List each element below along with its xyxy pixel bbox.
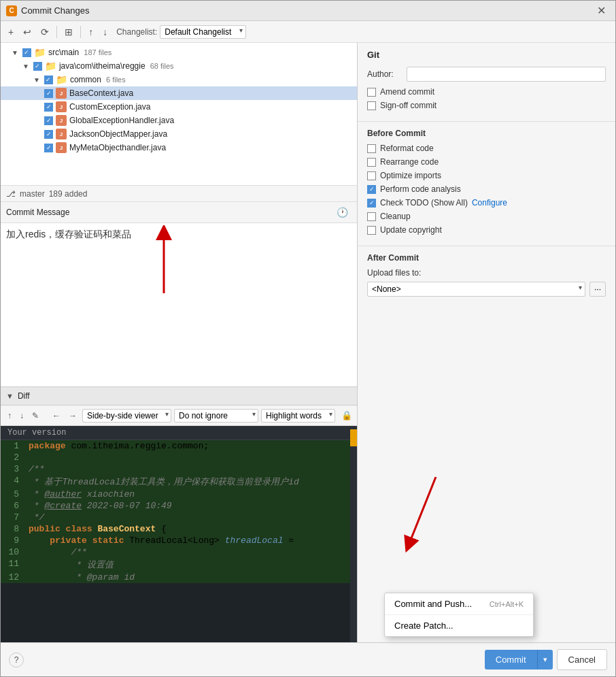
tree-arrow-java[interactable]: ▼ bbox=[22, 63, 29, 70]
tree-item-jackson[interactable]: ✓ J JacksonObjectMapper.java bbox=[1, 127, 357, 141]
diff-back-btn[interactable]: ← bbox=[50, 410, 63, 422]
configure-link[interactable]: Configure bbox=[472, 198, 507, 208]
commit-dropdown-button[interactable]: ▾ bbox=[537, 650, 553, 670]
changelist-select[interactable]: Default Changelist bbox=[160, 25, 246, 39]
diff-line-6: 6 * @create 2022-08-07 10:49 bbox=[1, 500, 357, 512]
checkbox-jackson[interactable]: ✓ bbox=[44, 130, 53, 139]
move-up-button[interactable]: ↑ bbox=[85, 24, 97, 39]
diff-line-2: 2 bbox=[1, 452, 357, 463]
ignore-dropdown[interactable]: Do not ignore Ignore whitespace bbox=[174, 409, 258, 423]
checkbox-customexception[interactable]: ✓ bbox=[44, 103, 53, 112]
tree-label-common: common bbox=[70, 75, 101, 84]
diff-section: ▼ Diff ↑ ↓ ✎ ← → Side-by-side viewer Uni… bbox=[1, 386, 357, 642]
commit-message-textarea[interactable] bbox=[1, 223, 357, 386]
checkbox-basecontext[interactable]: ✓ bbox=[44, 89, 53, 98]
tree-label-jackson: JacksonObjectMapper.java bbox=[69, 129, 167, 139]
tree-item-globalexception[interactable]: ✓ J GlobalExceptionHandler.java bbox=[1, 114, 357, 127]
java-icon-jackson: J bbox=[56, 129, 67, 139]
diff-content[interactable]: Your version 1 package com.itheima.reggi… bbox=[1, 426, 357, 642]
diff-edit-btn[interactable]: ✎ bbox=[29, 410, 41, 422]
create-patch-item[interactable]: Create Patch... bbox=[385, 615, 533, 636]
upload-edit-btn[interactable]: ··· bbox=[589, 282, 606, 297]
tree-item-common[interactable]: ▼ ✓ 📁 common 6 files bbox=[1, 73, 357, 86]
tree-item-basecontext[interactable]: ✓ J BaseContext.java bbox=[1, 86, 357, 100]
cancel-button[interactable]: Cancel bbox=[557, 649, 607, 670]
diff-down-btn[interactable]: ↓ bbox=[17, 410, 27, 422]
update-copyright-checkbox[interactable] bbox=[367, 226, 376, 235]
checkbox-globalexception[interactable]: ✓ bbox=[44, 116, 53, 125]
reformat-label: Reformat code bbox=[380, 144, 434, 153]
signoff-commit-label: Sign-off commit bbox=[380, 101, 437, 110]
check-todo-row: ✓ Check TODO (Show All) Configure bbox=[367, 198, 606, 208]
optimize-label: Optimize imports bbox=[380, 171, 441, 180]
check-todo-label: Check TODO (Show All) bbox=[380, 198, 468, 208]
undo-button[interactable]: ↩ bbox=[20, 24, 35, 39]
reformat-row: Reformat code bbox=[367, 144, 606, 153]
amend-commit-label: Amend commit bbox=[380, 87, 434, 97]
ignore-dropdown-wrapper: Do not ignore Ignore whitespace bbox=[174, 409, 258, 423]
highlight-dropdown-wrapper: Highlight words Highlight lines None bbox=[261, 409, 335, 423]
diff-line-4: 4 * 基于ThreadLocal封装工具类，用户保存和获取当前登录用户id bbox=[1, 475, 357, 489]
title-bar: C Commit Changes ✕ bbox=[1, 1, 615, 21]
move-down-button[interactable]: ↓ bbox=[99, 24, 111, 39]
highlight-dropdown[interactable]: Highlight words Highlight lines None bbox=[261, 409, 335, 423]
git-section: Git Author: Amend commit Sign-off commit bbox=[358, 43, 615, 122]
diff-forward-btn[interactable]: → bbox=[66, 410, 80, 422]
perform-analysis-checkbox[interactable]: ✓ bbox=[367, 185, 376, 194]
commit-message-header: Commit Message 🕐 bbox=[1, 202, 357, 223]
diff-line-3: 3 /** bbox=[1, 463, 357, 475]
commit-button[interactable]: Commit bbox=[485, 650, 537, 670]
collapse-diff-icon[interactable]: ▼ bbox=[6, 392, 14, 400]
tree-item-java[interactable]: ▼ ✓ 📁 java\com\itheima\reggie 68 files bbox=[1, 59, 357, 73]
reformat-checkbox[interactable] bbox=[367, 144, 376, 153]
tree-arrow-common[interactable]: ▼ bbox=[33, 76, 40, 84]
checkbox-mymeta[interactable]: ✓ bbox=[44, 144, 53, 152]
tree-arrow-srcmain[interactable]: ▼ bbox=[12, 49, 18, 56]
upload-select-row: <None> ··· bbox=[367, 282, 606, 297]
author-input[interactable] bbox=[407, 67, 606, 82]
create-patch-label: Create Patch... bbox=[394, 621, 454, 631]
check-todo-checkbox[interactable]: ✓ bbox=[367, 199, 376, 208]
tree-count-srcmain: 187 files bbox=[82, 48, 112, 56]
before-commit-section: Before Commit Reformat code Rearrange co… bbox=[358, 122, 615, 246]
checkbox-srcmain[interactable]: ✓ bbox=[22, 48, 31, 57]
tree-item-customexception[interactable]: ✓ J CustomException.java bbox=[1, 100, 357, 114]
added-count: 189 added bbox=[49, 189, 88, 199]
commit-changes-window: C Commit Changes ✕ + ↩ ⟳ ⊞ ↑ ↓ Changelis… bbox=[0, 0, 616, 677]
bottom-bar: ? Commit ▾ Cancel bbox=[1, 642, 615, 676]
diff-line-7: 7 */ bbox=[1, 512, 357, 523]
checkbox-java[interactable]: ✓ bbox=[33, 62, 42, 71]
diff-line-11: 11 * 设置值 bbox=[1, 558, 357, 572]
signoff-commit-row: Sign-off commit bbox=[367, 101, 606, 110]
changelist-wrapper: Default Changelist bbox=[160, 25, 246, 39]
branch-icon: ⎇ bbox=[6, 189, 16, 199]
checkbox-common[interactable]: ✓ bbox=[44, 76, 53, 84]
toolbar: + ↩ ⟳ ⊞ ↑ ↓ Changelist: Default Changeli… bbox=[1, 21, 615, 43]
diff-title: Diff bbox=[18, 391, 30, 401]
window-title: Commit Changes bbox=[21, 5, 89, 16]
help-button[interactable]: ? bbox=[9, 653, 24, 667]
refresh-button[interactable]: ⟳ bbox=[37, 24, 52, 39]
tree-item-srcmain[interactable]: ▼ ✓ 📁 src\main 187 files bbox=[1, 46, 357, 59]
diff-up-btn[interactable]: ↑ bbox=[5, 410, 14, 422]
rearrange-checkbox[interactable] bbox=[367, 158, 376, 167]
upload-select[interactable]: <None> bbox=[367, 282, 585, 297]
commit-and-push-item[interactable]: Commit and Push... Ctrl+Alt+K bbox=[385, 593, 533, 614]
viewer-dropdown[interactable]: Side-by-side viewer Unified viewer bbox=[82, 409, 171, 423]
main-content: ▼ ✓ 📁 src\main 187 files ▼ ✓ 📁 java\com\… bbox=[1, 43, 615, 642]
add-button[interactable]: + bbox=[5, 24, 17, 39]
group-button[interactable]: ⊞ bbox=[61, 24, 76, 39]
tree-item-mymeta[interactable]: ✓ J MyMetaObjecthandler.java bbox=[1, 141, 357, 154]
left-panel: ▼ ✓ 📁 src\main 187 files ▼ ✓ 📁 java\com\… bbox=[1, 43, 358, 642]
amend-commit-checkbox[interactable] bbox=[367, 88, 376, 97]
diff-line-1: 1 package com.itheima.reggie.common; bbox=[1, 440, 357, 452]
commit-message-history-btn[interactable]: 🕐 bbox=[333, 205, 352, 220]
cleanup-checkbox[interactable] bbox=[367, 212, 376, 221]
optimize-checkbox[interactable] bbox=[367, 171, 376, 180]
close-button[interactable]: ✕ bbox=[593, 3, 610, 18]
signoff-commit-checkbox[interactable] bbox=[367, 101, 376, 110]
lock-btn[interactable]: 🔒 bbox=[338, 408, 356, 423]
commit-and-push-shortcut: Ctrl+Alt+K bbox=[490, 600, 524, 608]
diff-header: ▼ Diff bbox=[1, 386, 357, 406]
tree-label-customexception: CustomException.java bbox=[69, 102, 150, 112]
